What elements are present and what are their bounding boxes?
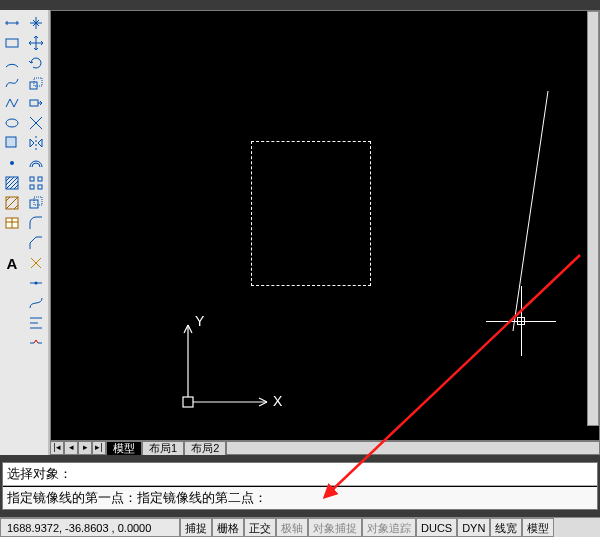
join-icon[interactable] <box>26 274 46 292</box>
scale-icon[interactable] <box>26 74 46 92</box>
ellipse-icon[interactable] <box>2 114 22 132</box>
arc-icon[interactable] <box>2 54 22 72</box>
tab-prev-button[interactable]: ◂ <box>64 441 78 455</box>
snap-toggle[interactable]: 捕捉 <box>180 518 212 537</box>
mirror-line <box>51 11 600 441</box>
polyline-icon[interactable] <box>2 94 22 112</box>
fillet-icon[interactable] <box>26 214 46 232</box>
trim-icon[interactable] <box>26 114 46 132</box>
table-icon[interactable] <box>2 214 22 232</box>
rect-icon[interactable] <box>2 34 22 52</box>
coords-readout[interactable]: 1688.9372, -36.8603 , 0.0000 <box>0 518 180 537</box>
svg-rect-12 <box>30 185 34 189</box>
tab-layout1[interactable]: 布局1 <box>142 441 184 455</box>
dyn-toggle[interactable]: DYN <box>457 518 490 537</box>
svg-point-3 <box>10 161 14 165</box>
move-icon[interactable] <box>26 34 46 52</box>
svg-line-20 <box>513 91 548 331</box>
offset-icon[interactable] <box>26 154 46 172</box>
stretch-icon[interactable] <box>26 94 46 112</box>
status-bar: 1688.9372, -36.8603 , 0.0000 捕捉 栅格 正交 极轴… <box>0 517 600 537</box>
otrack-toggle[interactable]: 对象追踪 <box>362 518 416 537</box>
svg-rect-2 <box>6 137 16 147</box>
grid-toggle[interactable]: 栅格 <box>212 518 244 537</box>
pan-icon[interactable] <box>26 14 46 32</box>
tab-first-button[interactable]: |◂ <box>50 441 64 455</box>
text-icon[interactable]: A <box>2 254 22 272</box>
modify-toolbar <box>24 10 48 455</box>
ducs-toggle[interactable]: DUCS <box>416 518 457 537</box>
svg-point-1 <box>6 119 18 127</box>
align-icon[interactable] <box>26 314 46 332</box>
region-icon[interactable] <box>2 134 22 152</box>
vertical-scrollbar[interactable] <box>587 11 599 426</box>
svg-rect-13 <box>38 185 42 189</box>
svg-rect-0 <box>6 39 18 47</box>
ortho-toggle[interactable]: 正交 <box>244 518 276 537</box>
copy-icon[interactable] <box>26 194 46 212</box>
tab-model[interactable]: 模型 <box>106 441 142 455</box>
command-window[interactable]: 选择对象： 指定镜像线的第一点：指定镜像线的第二点： <box>2 462 598 510</box>
drawing-canvas[interactable]: Y X <box>50 10 600 441</box>
svg-rect-11 <box>38 177 42 181</box>
tab-next-button[interactable]: ▸ <box>78 441 92 455</box>
svg-rect-9 <box>30 100 38 106</box>
dim-icon[interactable] <box>2 14 22 32</box>
svg-rect-10 <box>30 177 34 181</box>
hatch-icon[interactable] <box>2 174 22 192</box>
point-icon[interactable] <box>2 154 22 172</box>
tab-layout2[interactable]: 布局2 <box>184 441 226 455</box>
rotate-icon[interactable] <box>26 54 46 72</box>
curve-icon[interactable] <box>26 294 46 312</box>
tab-last-button[interactable]: ▸| <box>92 441 106 455</box>
horizontal-scrollbar[interactable] <box>226 441 600 455</box>
break-icon[interactable] <box>26 334 46 352</box>
hatch2-icon[interactable] <box>2 194 22 212</box>
command-prompt[interactable]: 指定镜像线的第一点：指定镜像线的第二点： <box>3 486 597 509</box>
command-history: 选择对象： <box>3 463 597 486</box>
mirror-icon[interactable] <box>26 134 46 152</box>
model-toggle[interactable]: 模型 <box>522 518 554 537</box>
svg-point-16 <box>35 282 38 285</box>
spline-icon[interactable] <box>2 74 22 92</box>
layout-tabs: 模型 布局1 布局2 <box>106 441 226 455</box>
lwt-toggle[interactable]: 线宽 <box>490 518 522 537</box>
osnap-toggle[interactable]: 对象捕捉 <box>308 518 362 537</box>
polar-toggle[interactable]: 极轴 <box>276 518 308 537</box>
chamfer-icon[interactable] <box>26 234 46 252</box>
explode-icon[interactable] <box>26 254 46 272</box>
array-icon[interactable] <box>26 174 46 192</box>
draw-toolbar: A <box>0 10 24 455</box>
tab-nav: |◂ ◂ ▸ ▸| <box>50 441 106 455</box>
